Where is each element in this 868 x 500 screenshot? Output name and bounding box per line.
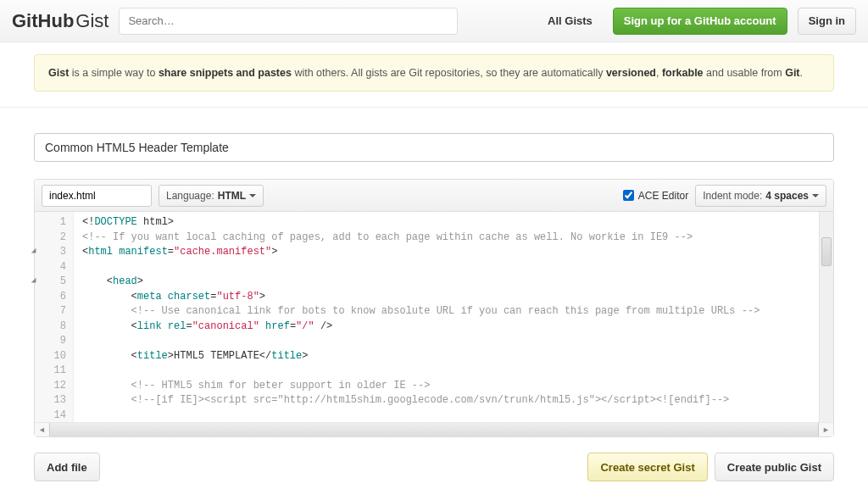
language-select[interactable]: Language: HTML <box>159 185 264 207</box>
filename-input[interactable] <box>42 185 152 207</box>
indent-label: Indent mode: <box>703 190 762 202</box>
gist-description-input[interactable] <box>34 133 834 162</box>
nav-all-gists[interactable]: All Gists <box>537 14 603 27</box>
language-value: HTML <box>218 190 246 202</box>
indent-value: 4 spaces <box>765 190 809 202</box>
add-file-button[interactable]: Add file <box>34 453 100 481</box>
create-secret-gist-button[interactable]: Create secret Gist <box>587 453 707 481</box>
language-label: Language: <box>166 190 214 202</box>
scrollbar-thumb[interactable] <box>821 237 832 266</box>
top-bar: GitHubGist All Gists Sign up for a GitHu… <box>0 0 868 42</box>
vertical-scrollbar[interactable] <box>819 212 833 422</box>
code-editor[interactable]: 1234567891011121314 <!DOCTYPE html><!-- … <box>35 212 833 422</box>
ace-editor-toggle[interactable]: ACE Editor <box>623 190 688 202</box>
main-content: Language: HTML ACE Editor Indent mode: 4… <box>0 133 868 500</box>
chevron-down-icon <box>812 194 819 197</box>
horizontal-scrollbar[interactable]: ◄ ► <box>35 422 833 436</box>
search-input[interactable] <box>119 8 458 35</box>
logo-bold: GitHub <box>12 10 74 32</box>
editor-gutter: 1234567891011121314 <box>35 212 74 422</box>
chevron-down-icon <box>249 194 256 197</box>
file-box: Language: HTML ACE Editor Indent mode: 4… <box>34 179 834 437</box>
logo-thin: Gist <box>75 10 108 32</box>
scroll-left-icon[interactable]: ◄ <box>35 423 49 436</box>
signup-button[interactable]: Sign up for a GitHub account <box>613 8 787 35</box>
intro-lead: Gist <box>48 67 69 79</box>
create-public-gist-button[interactable]: Create public Gist <box>715 453 834 481</box>
ace-editor-checkbox[interactable] <box>623 190 634 201</box>
intro-banner: Gist is a simple way to share snippets a… <box>34 54 834 92</box>
action-bar: Add file Create secret Gist Create publi… <box>34 453 834 481</box>
editor-code-area[interactable]: <!DOCTYPE html><!-- If you want local ca… <box>74 212 833 422</box>
signin-button[interactable]: Sign in <box>798 8 856 35</box>
scrollbar-track[interactable] <box>49 423 819 436</box>
file-toolbar: Language: HTML ACE Editor Indent mode: 4… <box>35 180 833 212</box>
logo[interactable]: GitHubGist <box>12 10 108 32</box>
indent-mode-select[interactable]: Indent mode: 4 spaces <box>695 185 826 207</box>
scroll-right-icon[interactable]: ► <box>819 423 833 436</box>
ace-editor-label: ACE Editor <box>638 190 688 202</box>
